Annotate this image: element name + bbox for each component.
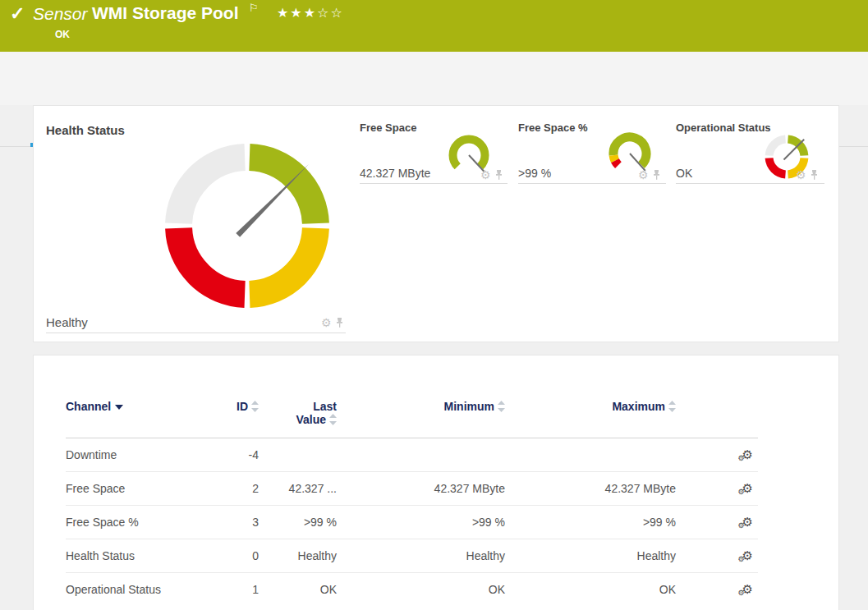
health-status-value: Healthy: [46, 315, 88, 329]
channel-settings-gear-icon[interactable]: ⚙⚙: [742, 516, 753, 528]
sort-icon: [329, 414, 337, 425]
cell-maximum: Healthy: [505, 539, 676, 572]
channel-settings-gear-icon[interactable]: ⚙⚙: [742, 482, 753, 494]
health-status-title: Health Status: [46, 123, 125, 137]
operational-status-value: OK: [676, 167, 692, 180]
cell-maximum: OK: [505, 572, 676, 606]
free-space-title: Free Space: [360, 122, 416, 134]
health-panel-actions[interactable]: ⚙: [321, 316, 344, 329]
column-header-channel[interactable]: Channel: [66, 379, 230, 438]
column-header-id-label: ID: [237, 400, 248, 413]
channel-settings-gear-icon[interactable]: ⚙⚙: [742, 583, 753, 595]
cell-last-value: [259, 438, 337, 471]
table-row-downtime[interactable]: Downtime -4 ⚙⚙: [66, 438, 758, 471]
column-header-settings: [676, 379, 758, 438]
channels-table: Channel ID LastValue Minimum Maximum Dow…: [66, 379, 758, 606]
cell-minimum: Healthy: [337, 539, 505, 572]
tab-strip: Overview ((•)) Live Data 2 days 30 days …: [0, 52, 868, 105]
column-header-last-label: Last: [313, 400, 337, 413]
column-header-minimum[interactable]: Minimum: [337, 379, 505, 438]
cell-maximum: 42.327 MByte: [505, 471, 676, 505]
free-space-actions[interactable]: ⚙: [480, 168, 503, 181]
priority-flag-icon[interactable]: ⚐: [249, 2, 259, 14]
cell-minimum: OK: [337, 572, 505, 606]
gear-icon[interactable]: ⚙: [796, 168, 806, 181]
operational-status-actions[interactable]: ⚙: [796, 168, 819, 181]
column-header-channel-label: Channel: [66, 400, 111, 413]
cell-channel: Downtime: [66, 438, 230, 471]
sensor-status-badge: OK: [55, 29, 70, 40]
column-header-last-value[interactable]: LastValue: [259, 379, 337, 438]
cell-last-value: 42.327 ...: [259, 471, 337, 505]
pin-icon[interactable]: [494, 169, 503, 180]
free-space-pct-title: Free Space %: [518, 122, 588, 134]
cell-id: 3: [230, 505, 259, 539]
health-panel-divider: [46, 333, 346, 333]
cell-last-value: OK: [259, 572, 337, 606]
cell-last-value: Healthy: [259, 539, 337, 572]
sort-caret-down-icon: [115, 405, 123, 410]
free-space-pct-value: >99 %: [518, 167, 551, 180]
pin-icon[interactable]: [335, 317, 344, 328]
sensor-header-bar: ✓ Sensor WMI Storage Pool ⚐ ★★★☆☆ OK: [0, 0, 868, 52]
column-header-maximum-label: Maximum: [612, 400, 665, 413]
health-status-gauge: [149, 127, 346, 324]
sort-icon: [498, 401, 505, 412]
free-space-value: 42.327 MByte: [360, 167, 430, 180]
channel-settings-gear-icon[interactable]: ⚙⚙: [742, 448, 753, 461]
free-space-pct-divider: [518, 183, 666, 184]
cell-channel: Operational Status: [66, 572, 230, 606]
pin-icon[interactable]: [810, 169, 819, 180]
table-row-health-status[interactable]: Health Status 0 Healthy Healthy Healthy …: [66, 539, 758, 572]
cell-maximum: >99 %: [505, 505, 676, 539]
sort-icon: [251, 401, 259, 412]
cell-channel: Health Status: [66, 539, 230, 572]
cell-id: 0: [230, 539, 259, 572]
gauges-panel: Health Status Healthy ⚙ Free Space 42.32…: [33, 105, 839, 342]
column-header-minimum-label: Minimum: [444, 400, 494, 413]
gear-icon[interactable]: ⚙: [638, 168, 649, 181]
cell-maximum: [505, 438, 676, 471]
operational-status-divider: [676, 183, 824, 184]
gear-icon[interactable]: ⚙: [321, 316, 332, 329]
table-row-free-space-pct[interactable]: Free Space % 3 >99 % >99 % >99 % ⚙⚙: [66, 505, 758, 539]
free-space-pct-actions[interactable]: ⚙: [638, 168, 661, 181]
cell-minimum: 42.327 MByte: [337, 471, 505, 505]
column-header-value-label: Value: [296, 413, 326, 426]
column-header-id[interactable]: ID: [230, 379, 259, 438]
cell-minimum: [337, 438, 505, 471]
sort-icon: [668, 401, 676, 412]
cell-id: 1: [230, 572, 259, 606]
cell-minimum: >99 %: [337, 505, 505, 539]
cell-channel: Free Space %: [66, 505, 230, 539]
object-kind-label: Sensor: [33, 4, 88, 24]
pin-icon[interactable]: [652, 169, 661, 180]
sensor-title: WMI Storage Pool: [92, 3, 239, 23]
channel-settings-gear-icon[interactable]: ⚙⚙: [742, 549, 753, 562]
cell-id: -4: [230, 438, 259, 471]
priority-stars[interactable]: ★★★☆☆: [277, 5, 344, 21]
cell-id: 2: [230, 471, 259, 505]
cell-channel: Free Space: [66, 471, 230, 505]
table-header-row: Channel ID LastValue Minimum Maximum: [66, 379, 758, 438]
table-row-free-space[interactable]: Free Space 2 42.327 ... 42.327 MByte 42.…: [66, 471, 758, 505]
table-row-operational-status[interactable]: Operational Status 1 OK OK OK ⚙⚙: [66, 572, 758, 606]
cell-last-value: >99 %: [259, 505, 337, 539]
gear-icon[interactable]: ⚙: [480, 168, 491, 181]
status-check-icon: ✓: [10, 3, 25, 25]
free-space-divider: [360, 183, 507, 184]
operational-status-title: Operational Status: [676, 122, 771, 134]
column-header-maximum[interactable]: Maximum: [505, 379, 676, 438]
